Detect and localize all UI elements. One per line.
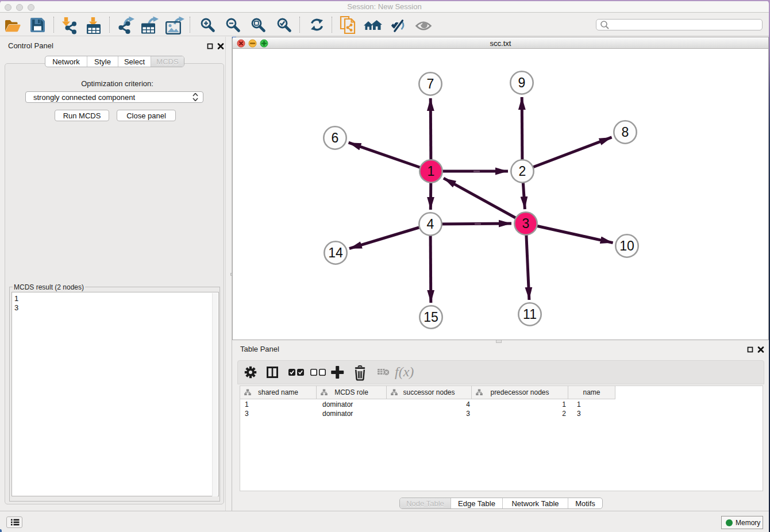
svg-text:6: 6 bbox=[332, 130, 339, 145]
svg-text:f(x): f(x) bbox=[395, 364, 414, 379]
svg-text:11: 11 bbox=[523, 307, 537, 322]
svg-text:3: 3 bbox=[522, 216, 530, 231]
svg-text:2: 2 bbox=[519, 164, 526, 179]
svg-text:8: 8 bbox=[622, 125, 629, 140]
svg-text:1: 1 bbox=[428, 164, 435, 179]
svg-text:4: 4 bbox=[427, 217, 434, 232]
svg-text:7: 7 bbox=[427, 76, 434, 91]
svg-text:15: 15 bbox=[424, 310, 438, 325]
svg-text:9: 9 bbox=[518, 75, 526, 90]
svg-text:14: 14 bbox=[328, 245, 343, 260]
svg-text:10: 10 bbox=[619, 238, 634, 253]
